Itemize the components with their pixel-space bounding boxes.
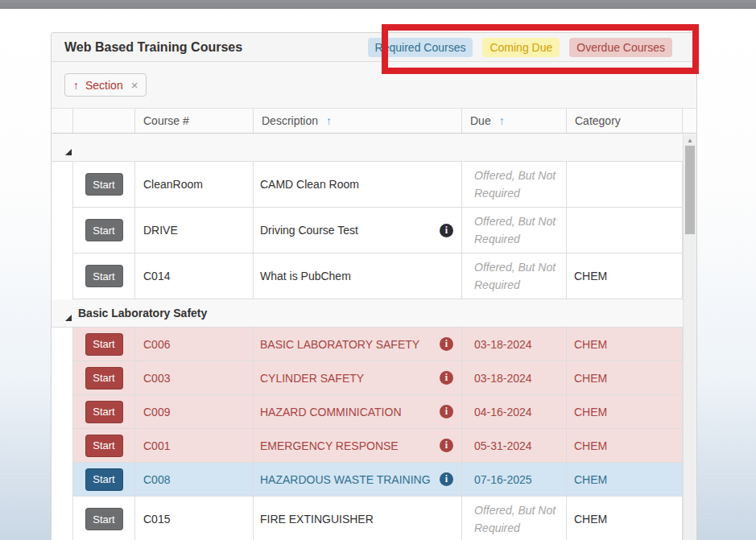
due-date-cell: Offered, But Not Required (462, 162, 567, 208)
grid-header-row: Course #Description↑Due↑Category (52, 108, 696, 134)
description-cell: FIRE EXTINGUISHER (254, 497, 462, 540)
panel-header: Web Based Training Courses Required Cour… (52, 33, 696, 62)
scrollbar-thumb[interactable] (685, 146, 695, 234)
group-chip-label: Section (85, 79, 123, 92)
info-icon[interactable]: i (440, 224, 453, 237)
course-row-cleanroom[interactable]: StartCleanRoomCAMD Clean RoomOffered, Bu… (52, 162, 696, 208)
collapse-group-icon[interactable] (65, 310, 72, 316)
column-header-empty-1 (73, 109, 135, 133)
course-description: HAZARDOUS WASTE TRAINING (260, 473, 431, 486)
start-cell: Start (73, 429, 135, 463)
description-cell: HAZARD COMMINICATIONi (254, 395, 462, 429)
category-cell (567, 208, 683, 254)
legend-badge-required-courses: Required Courses (368, 38, 473, 57)
due-date-cell: Offered, But Not Required (462, 254, 567, 299)
course-row-c014[interactable]: StartC014What is PubChemOffered, But Not… (52, 254, 696, 299)
course-number-cell: C015 (135, 497, 254, 540)
due-date-cell: Offered, But Not Required (462, 208, 567, 254)
sort-ascending-icon[interactable]: ↑ (73, 79, 79, 92)
course-row-c006[interactable]: StartC006BASIC LABORATORY SAFETYi03-18-2… (52, 328, 696, 361)
description-cell: CYLINDER SAFETYi (254, 361, 462, 395)
page-title: Web Based Training Courses (64, 40, 242, 55)
course-description: FIRE EXTINGUISHER (260, 513, 374, 526)
start-course-button[interactable]: Start (85, 333, 123, 356)
info-icon[interactable]: i (440, 439, 453, 452)
grouping-toolbar: ↑ Section × (52, 62, 696, 108)
legend-badge-overdue-courses: Overdue Courses (569, 38, 672, 57)
vertical-scrollbar[interactable]: ▲ (683, 134, 696, 540)
start-cell: Start (73, 162, 135, 208)
group-indent-cell (52, 328, 73, 361)
due-date-cell: 05-31-2024 (462, 429, 567, 463)
course-number-cell: DRIVE (135, 208, 254, 254)
column-label: Category (575, 114, 621, 127)
not-required-label: Offered, But Not Required (474, 212, 560, 249)
course-number-cell: CleanRoom (135, 162, 254, 208)
course-description: Driving Course Test (260, 224, 358, 237)
description-cell: HAZARDOUS WASTE TRAININGi (254, 463, 462, 497)
course-row-c008[interactable]: StartC008HAZARDOUS WASTE TRAININGi07-16-… (52, 463, 696, 497)
start-cell: Start (73, 208, 135, 254)
grid-body: StartCleanRoomCAMD Clean RoomOffered, Bu… (52, 134, 696, 540)
start-course-button[interactable]: Start (85, 219, 123, 241)
start-course-button[interactable]: Start (85, 508, 123, 530)
category-cell: CHEM (567, 361, 683, 395)
category-cell: CHEM (567, 497, 683, 540)
start-course-button[interactable]: Start (85, 468, 123, 491)
info-icon[interactable]: i (440, 472, 453, 486)
description-cell: What is PubChem (254, 254, 462, 299)
section-group-chip[interactable]: ↑ Section × (64, 73, 147, 97)
start-cell: Start (73, 463, 135, 497)
category-cell: CHEM (567, 254, 683, 299)
course-row-c015[interactable]: StartC015FIRE EXTINGUISHEROffered, But N… (52, 497, 696, 540)
course-description: CAMD Clean Room (260, 178, 359, 191)
column-header-course[interactable]: Course # (135, 109, 254, 133)
group-header-row[interactable]: Basic Laboratory Safety (52, 299, 696, 328)
group-header-row[interactable] (52, 134, 696, 162)
start-cell: Start (73, 254, 135, 299)
group-indent-cell (52, 361, 73, 395)
start-course-button[interactable]: Start (85, 173, 123, 196)
start-course-button[interactable]: Start (85, 265, 123, 287)
column-header-category[interactable]: Category (567, 109, 683, 133)
column-header-empty-0 (52, 109, 73, 133)
category-cell (567, 162, 683, 208)
column-header-description[interactable]: Description↑ (254, 109, 462, 133)
legend-badge-coming-due: Coming Due (482, 38, 560, 57)
group-indent-cell (52, 162, 73, 208)
start-course-button[interactable]: Start (85, 367, 123, 390)
course-row-drive[interactable]: StartDRIVEDriving Course TestiOffered, B… (52, 208, 696, 254)
column-header-due[interactable]: Due↑ (462, 109, 567, 133)
remove-group-icon[interactable]: × (131, 78, 138, 92)
start-cell: Start (73, 497, 135, 540)
group-indent-cell (52, 254, 73, 299)
group-indent-cell (52, 429, 73, 463)
info-icon[interactable]: i (440, 371, 453, 385)
collapse-group-icon[interactable] (65, 144, 72, 150)
column-label: Course # (143, 114, 189, 127)
course-row-c003[interactable]: StartC003CYLINDER SAFETYi03-18-2024CHEM (52, 361, 696, 395)
description-cell: Driving Course Testi (254, 208, 462, 254)
start-cell: Start (73, 395, 135, 429)
group-indent-cell (52, 463, 73, 497)
not-required-label: Offered, But Not Required (474, 258, 560, 295)
category-cell: CHEM (567, 463, 683, 497)
course-row-c009[interactable]: StartC009HAZARD COMMINICATIONi04-16-2024… (52, 395, 696, 429)
sort-ascending-icon: ↑ (326, 114, 332, 127)
group-indent-cell (52, 497, 73, 540)
due-date-cell: 07-16-2025 (462, 463, 567, 497)
due-date-cell: 03-18-2024 (462, 328, 567, 361)
start-course-button[interactable]: Start (85, 401, 123, 423)
group-indent-cell (52, 208, 73, 254)
category-cell: CHEM (567, 328, 683, 361)
course-row-c001[interactable]: StartC001EMERGENCY RESPONSEi05-31-2024CH… (52, 429, 696, 463)
category-cell: CHEM (567, 429, 683, 463)
course-number-cell: C006 (135, 328, 254, 361)
description-cell: CAMD Clean Room (254, 162, 462, 208)
start-cell: Start (73, 328, 135, 361)
info-icon[interactable]: i (440, 337, 453, 351)
not-required-label: Offered, But Not Required (474, 501, 560, 538)
scroll-up-arrow-icon[interactable]: ▲ (684, 134, 696, 146)
info-icon[interactable]: i (440, 405, 453, 418)
start-course-button[interactable]: Start (85, 435, 123, 457)
